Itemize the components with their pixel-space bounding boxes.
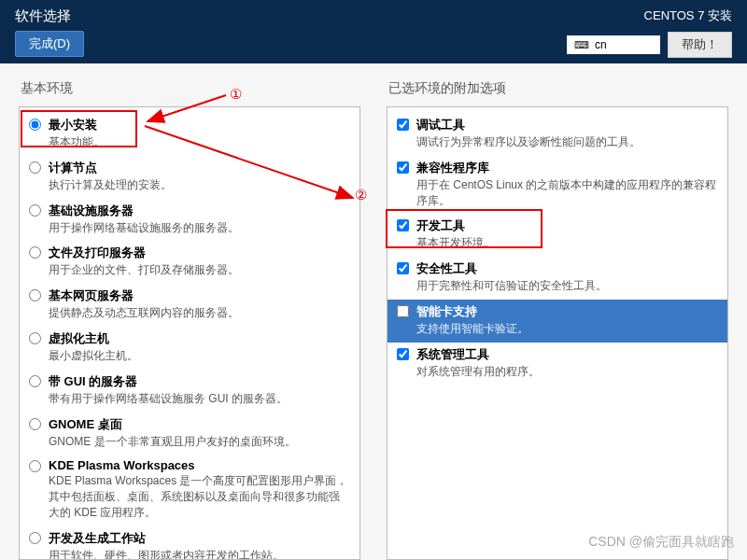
env-text: 基本网页服务器 提供静态及动态互联网内容的服务器。 [49,287,350,321]
addon-checkbox[interactable] [397,305,409,317]
env-item[interactable]: 虚拟化主机 最小虚拟化主机。 [20,327,359,370]
env-radio[interactable] [29,204,41,217]
env-text: 开发及生成工作站 用于软件、硬件、图形或者内容开发的工作站。 [49,530,350,560]
env-desc: GNOME 是一个非常直观且用户友好的桌面环境。 [49,434,350,450]
addon-item[interactable]: 调试工具 调试行为异常程序以及诊断性能问题的工具。 [388,113,727,156]
addon-item[interactable]: 安全性工具 用于完整性和可信验证的安全性工具。 [388,257,727,300]
addon-text: 兼容性程序库 用于在 CentOS Linux 的之前版本中构建的应用程序的兼容… [416,160,718,209]
env-radio[interactable] [29,532,41,544]
env-text: 带 GUI 的服务器 带有用于操作网络基础设施服务 GUI 的服务器。 [49,373,350,407]
base-env-list[interactable]: 最小安装 基本功能。 计算节点 执行计算及处理的安装。 基础设施服务器 用于操作… [19,106,360,560]
done-button[interactable]: 完成(D) [15,31,84,57]
addon-label: 智能卡支持 [416,303,718,320]
env-item[interactable]: KDE Plasma Workspaces KDE Plasma Workspa… [20,455,359,525]
env-label: KDE Plasma Workspaces [49,458,350,472]
page-title: 软件选择 [15,7,84,25]
env-item[interactable]: 计算节点 执行计算及处理的安装。 [20,156,359,199]
addon-desc: 基本开发环境。 [416,235,718,251]
header-right: CENTOS 7 安装 ⌨ cn 帮助！ [567,7,732,56]
addon-checkbox[interactable] [397,262,409,274]
addon-item[interactable]: 智能卡支持 支持使用智能卡验证。 [388,300,727,343]
env-text: 最小安装 基本功能。 [49,117,350,150]
addon-label: 安全性工具 [416,260,718,277]
env-label: 文件及打印服务器 [49,245,350,261]
env-radio[interactable] [29,246,41,259]
env-text: 虚拟化主机 最小虚拟化主机。 [49,330,350,364]
addon-desc: 对系统管理有用的程序。 [416,364,718,380]
env-label: 基本网页服务器 [49,287,350,304]
env-text: 文件及打印服务器 用于企业的文件、打印及存储服务器。 [49,245,350,278]
env-label: GNOME 桌面 [49,416,350,433]
addon-label: 开发工具 [416,217,718,234]
env-label: 计算节点 [49,160,350,176]
env-item[interactable]: GNOME 桌面 GNOME 是一个非常直观且用户友好的桌面环境。 [20,413,359,455]
addon-label: 调试工具 [416,117,718,133]
env-text: GNOME 桌面 GNOME 是一个非常直观且用户友好的桌面环境。 [49,416,350,450]
addon-desc: 用于完整性和可信验证的安全性工具。 [416,278,718,294]
addon-checkbox[interactable] [397,348,409,360]
content-area: 基本环境 最小安装 基本功能。 计算节点 执行计算及处理的安装。 基础设施服务器… [0,63,747,560]
env-desc: 用于软件、硬件、图形或者内容开发的工作站。 [49,548,350,560]
env-desc: 执行计算及处理的安装。 [49,177,350,193]
keyboard-icon: ⌨ [574,39,589,51]
env-item[interactable]: 开发及生成工作站 用于软件、硬件、图形或者内容开发的工作站。 [20,526,359,560]
addon-desc: 用于在 CentOS Linux 的之前版本中构建的应用程序的兼容程序库。 [416,177,718,209]
keyboard-layout-label: cn [595,38,607,51]
addons-column: 已选环境的附加选项 调试工具 调试行为异常程序以及诊断性能问题的工具。 兼容性程… [387,80,728,560]
env-desc: 用于操作网络基础设施服务的服务器。 [49,220,350,236]
env-label: 最小安装 [49,117,350,133]
env-desc: 基本功能。 [49,134,350,150]
addon-text: 开发工具 基本开发环境。 [416,217,718,251]
base-environment-column: 基本环境 最小安装 基本功能。 计算节点 执行计算及处理的安装。 基础设施服务器… [19,80,360,560]
addon-label: 兼容性程序库 [416,160,718,176]
env-text: KDE Plasma Workspaces KDE Plasma Workspa… [49,458,350,520]
addon-text: 调试工具 调试行为异常程序以及诊断性能问题的工具。 [416,117,718,150]
env-radio[interactable] [29,119,41,131]
header-bar: 软件选择 完成(D) CENTOS 7 安装 ⌨ cn 帮助！ [0,0,747,63]
addon-item[interactable]: 开发工具 基本开发环境。 [388,214,727,257]
env-label: 开发及生成工作站 [49,530,350,547]
addons-list[interactable]: 调试工具 调试行为异常程序以及诊断性能问题的工具。 兼容性程序库 用于在 Cen… [387,106,728,560]
env-radio[interactable] [29,161,41,174]
env-label: 基础设施服务器 [49,203,350,219]
addon-checkbox[interactable] [397,161,409,174]
env-desc: 用于企业的文件、打印及存储服务器。 [49,262,350,278]
env-item[interactable]: 带 GUI 的服务器 带有用于操作网络基础设施服务 GUI 的服务器。 [20,370,359,413]
env-desc: 最小虚拟化主机。 [49,348,350,364]
addon-desc: 支持使用智能卡验证。 [416,321,718,337]
env-item[interactable]: 基础设施服务器 用于操作网络基础设施服务的服务器。 [20,199,359,242]
base-env-title: 基本环境 [19,80,360,97]
env-radio[interactable] [29,375,41,387]
help-button[interactable]: 帮助！ [668,32,732,58]
env-radio[interactable] [29,418,41,430]
addon-text: 系统管理工具 对系统管理有用的程序。 [416,346,718,380]
env-item[interactable]: 基本网页服务器 提供静态及动态互联网内容的服务器。 [20,284,359,327]
env-desc: 带有用于操作网络基础设施服务 GUI 的服务器。 [49,391,350,407]
env-radio[interactable] [29,460,41,472]
env-label: 虚拟化主机 [49,330,350,347]
addon-item[interactable]: 兼容性程序库 用于在 CentOS Linux 的之前版本中构建的应用程序的兼容… [388,156,727,215]
env-radio[interactable] [29,289,41,301]
addon-label: 系统管理工具 [416,346,718,363]
addon-checkbox[interactable] [397,219,409,231]
addon-desc: 调试行为异常程序以及诊断性能问题的工具。 [416,134,718,150]
addon-text: 智能卡支持 支持使用智能卡验证。 [416,303,718,337]
header-controls: ⌨ cn 帮助！ [567,32,732,58]
env-desc: KDE Plasma Workspaces 是一个高度可配置图形用户界面，其中包… [49,473,350,520]
installer-title: CENTOS 7 安装 [644,7,732,24]
env-radio[interactable] [29,332,41,344]
header-left: 软件选择 完成(D) [15,7,84,56]
addon-text: 安全性工具 用于完整性和可信验证的安全性工具。 [416,260,718,294]
env-item[interactable]: 最小安装 基本功能。 [20,113,359,156]
env-text: 计算节点 执行计算及处理的安装。 [49,160,350,193]
addon-checkbox[interactable] [397,119,409,131]
env-label: 带 GUI 的服务器 [49,373,350,390]
env-text: 基础设施服务器 用于操作网络基础设施服务的服务器。 [49,203,350,236]
addon-item[interactable]: 系统管理工具 对系统管理有用的程序。 [388,343,727,385]
env-item[interactable]: 文件及打印服务器 用于企业的文件、打印及存储服务器。 [20,241,359,284]
env-desc: 提供静态及动态互联网内容的服务器。 [49,305,350,321]
keyboard-layout-selector[interactable]: ⌨ cn [567,35,660,54]
addons-title: 已选环境的附加选项 [387,80,728,97]
